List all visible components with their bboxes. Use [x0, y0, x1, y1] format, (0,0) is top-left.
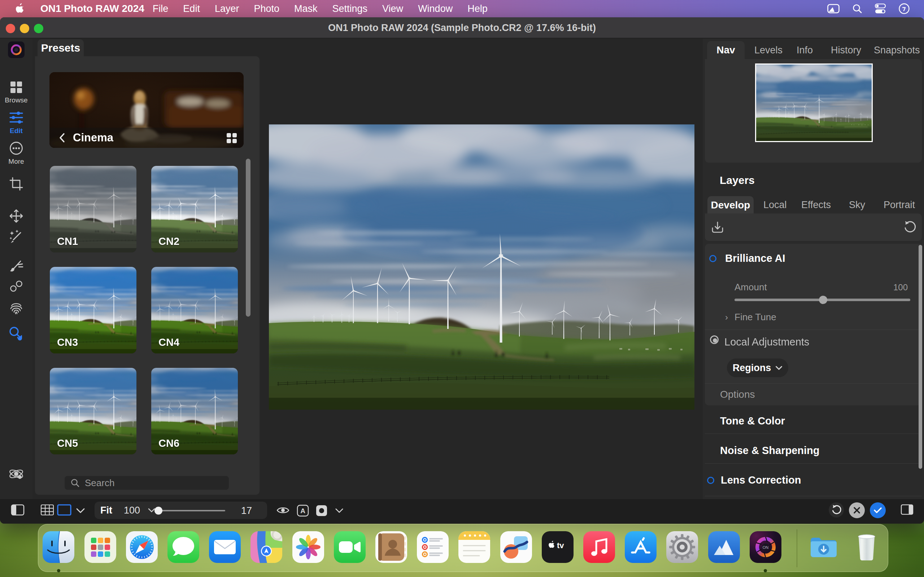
svg-text:ON: ON [762, 545, 769, 550]
svg-text:tv: tv [557, 541, 564, 550]
svg-text:A: A [300, 507, 305, 515]
